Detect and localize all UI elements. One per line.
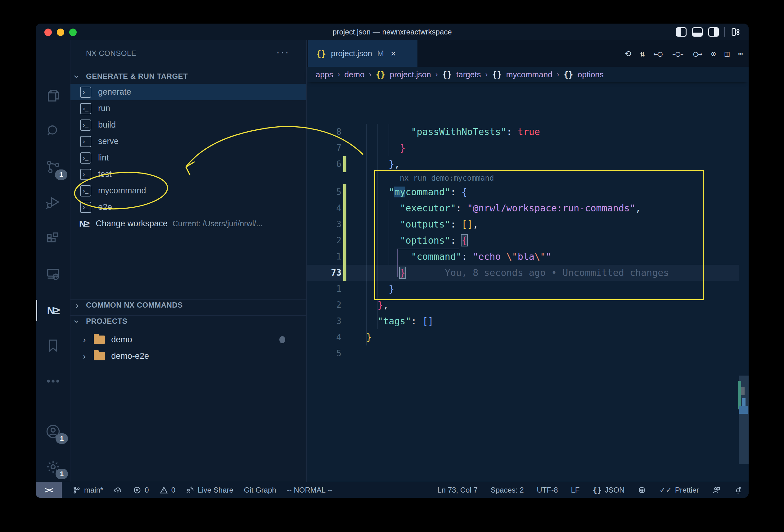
breadcrumb-separator: › bbox=[557, 70, 559, 79]
chevron-right-icon: › bbox=[83, 335, 86, 345]
breadcrumb[interactable]: apps›demo›{}project.json›{}targets›{}myc… bbox=[307, 67, 749, 82]
code-line[interactable]: 4} bbox=[307, 329, 739, 345]
change-workspace-item[interactable]: N≥Change workspaceCurrent: /Users/juri/n… bbox=[71, 216, 306, 232]
breadcrumb-item-project.json[interactable]: project.json bbox=[390, 70, 431, 80]
activity-item-bookmarks[interactable] bbox=[36, 332, 71, 360]
more-actions-icon[interactable]: ⋯ bbox=[738, 49, 743, 58]
terminal-icon: ›_ bbox=[80, 119, 91, 131]
status-label: Spaces: 2 bbox=[491, 486, 524, 495]
change-workspace-label: Change workspace bbox=[96, 219, 168, 228]
line-number: 5 bbox=[307, 184, 341, 200]
code-area[interactable]: 8 "passWithNoTests": true7 }6 },nx run d… bbox=[307, 82, 749, 482]
json-object-icon: {} bbox=[564, 70, 573, 79]
line-number: 7 bbox=[307, 140, 341, 156]
run-debug-icon bbox=[45, 195, 61, 212]
status-item-notifications[interactable] bbox=[734, 486, 743, 495]
status-item-indentation[interactable]: Spaces: 2 bbox=[491, 486, 524, 495]
target-item-serve[interactable]: ›_serve bbox=[71, 133, 306, 149]
project-item-demo[interactable]: ›demo bbox=[71, 332, 306, 348]
breadcrumb-item-options[interactable]: options bbox=[578, 70, 604, 80]
remote-indicator[interactable]: >< bbox=[36, 482, 62, 498]
line-number: 5 bbox=[307, 345, 341, 362]
editor-actions: ⟲⇅←○-○-○→⊙◫⋯ bbox=[624, 40, 743, 67]
toggle-secondary-sidebar-icon[interactable] bbox=[708, 27, 719, 37]
section-generate-run-target[interactable]: › GENERATE & RUN TARGET bbox=[71, 71, 306, 82]
change-icon[interactable]: -○- bbox=[671, 49, 684, 58]
breadcrumb-item-demo[interactable]: demo bbox=[344, 70, 364, 80]
status-item-vim-mode[interactable]: -- NORMAL -- bbox=[287, 486, 332, 495]
split-editor-icon[interactable]: ◫ bbox=[725, 49, 729, 58]
code-line[interactable]: 5 bbox=[307, 345, 739, 362]
status-item-git-branch[interactable]: main* bbox=[72, 486, 103, 495]
toggle-primary-sidebar-icon[interactable] bbox=[676, 27, 687, 37]
project-status-dot bbox=[279, 336, 285, 343]
status-item-errors[interactable]: 0 bbox=[133, 486, 149, 495]
chevron-down-icon: › bbox=[76, 316, 79, 327]
target-item-test[interactable]: ›_test bbox=[71, 166, 306, 183]
close-tab-icon[interactable]: × bbox=[391, 49, 396, 59]
previous-change-icon[interactable]: ←○ bbox=[653, 49, 662, 58]
target-item-lint[interactable]: ›_lint bbox=[71, 149, 306, 166]
json-object-icon: {} bbox=[375, 70, 385, 79]
search-icon bbox=[45, 123, 61, 141]
timeline-history-icon[interactable]: ⟲ bbox=[624, 49, 631, 58]
status-item-live-share[interactable]: Live Share bbox=[186, 486, 233, 495]
project-label: demo bbox=[111, 335, 132, 344]
activity-item-remote-explorer[interactable] bbox=[36, 260, 71, 289]
nx-logo-icon: N≥ bbox=[47, 305, 59, 316]
activity-item-nx-console[interactable]: N≥ bbox=[36, 296, 71, 325]
terminal-icon: ›_ bbox=[80, 169, 91, 180]
target-item-e2e[interactable]: ›_e2e bbox=[71, 199, 306, 216]
status-item-warnings[interactable]: 0 bbox=[160, 486, 175, 495]
activity-item-settings[interactable]: 1 bbox=[36, 453, 71, 482]
compare-changes-icon[interactable]: ⇅ bbox=[640, 49, 644, 58]
status-label: LF bbox=[571, 486, 580, 495]
status-label: Live Share bbox=[198, 486, 233, 495]
chevron-down-icon: › bbox=[76, 72, 79, 82]
project-item-demo-e2e[interactable]: ›demo-e2e bbox=[71, 348, 306, 364]
activity-item-search[interactable] bbox=[36, 118, 71, 146]
activity-item-source-control[interactable]: 1 bbox=[36, 153, 71, 182]
status-item-prettier[interactable]: ✓✓Prettier bbox=[659, 486, 699, 495]
breadcrumb-item-apps[interactable]: apps bbox=[316, 70, 333, 80]
titlebar: project.json — newnxreactwrkspace bbox=[36, 24, 749, 40]
status-item-feedback[interactable] bbox=[712, 486, 721, 495]
layout-controls bbox=[676, 27, 741, 37]
toggle-panel-icon[interactable] bbox=[692, 27, 703, 37]
person-feedback-icon bbox=[712, 486, 721, 495]
status-item-git-graph[interactable]: Git Graph bbox=[244, 486, 276, 495]
tab-project-json[interactable]: {} project.json M × bbox=[308, 40, 417, 67]
breadcrumb-item-mycommand[interactable]: mycommand bbox=[506, 70, 553, 80]
code-token: "passWithNoTests" bbox=[411, 126, 506, 137]
target-item-mycommand[interactable]: ›_mycommand bbox=[71, 183, 306, 199]
customize-layout-icon[interactable] bbox=[731, 27, 741, 37]
code-line[interactable]: 3 "tags": [] bbox=[307, 313, 739, 329]
target-item-build[interactable]: ›_build bbox=[71, 117, 306, 133]
code-line[interactable]: 7 } bbox=[307, 140, 739, 156]
terminal-icon: ›_ bbox=[80, 87, 91, 98]
status-item-encoding[interactable]: UTF-8 bbox=[537, 486, 558, 495]
section-projects[interactable]: › PROJECTS bbox=[71, 315, 306, 327]
target-item-run[interactable]: ›_run bbox=[71, 100, 306, 117]
file-blame-icon[interactable]: ⊙ bbox=[711, 49, 716, 58]
status-item-sync[interactable] bbox=[114, 486, 122, 495]
sidebar-more-actions-icon[interactable]: ··· bbox=[276, 46, 289, 58]
breadcrumb-item-targets[interactable]: targets bbox=[456, 70, 481, 80]
next-change-icon[interactable]: ○→ bbox=[693, 49, 702, 58]
status-item-extension-robot[interactable] bbox=[638, 486, 646, 495]
target-item-generate[interactable]: ›_generate bbox=[71, 84, 306, 100]
activity-item-more-views[interactable] bbox=[36, 367, 71, 396]
activity-item-extensions[interactable] bbox=[36, 225, 71, 253]
code-line[interactable]: 8 "passWithNoTests": true bbox=[307, 124, 739, 140]
code-token: "tags" bbox=[377, 316, 411, 327]
activity-item-run-debug[interactable] bbox=[36, 189, 71, 218]
activity-item-explorer[interactable] bbox=[36, 82, 71, 111]
status-item-cursor-position[interactable]: Ln 73, Col 7 bbox=[437, 486, 477, 495]
chevron-right-icon: › bbox=[76, 300, 79, 311]
activity-item-accounts[interactable]: 1 bbox=[36, 418, 71, 446]
status-item-eol[interactable]: LF bbox=[571, 486, 580, 495]
overview-ruler-mark bbox=[742, 398, 746, 406]
section-common-nx-commands[interactable]: › COMMON NX COMMANDS bbox=[71, 299, 306, 310]
status-item-language-mode[interactable]: {}JSON bbox=[593, 486, 625, 495]
json-object-icon: {} bbox=[442, 70, 452, 79]
